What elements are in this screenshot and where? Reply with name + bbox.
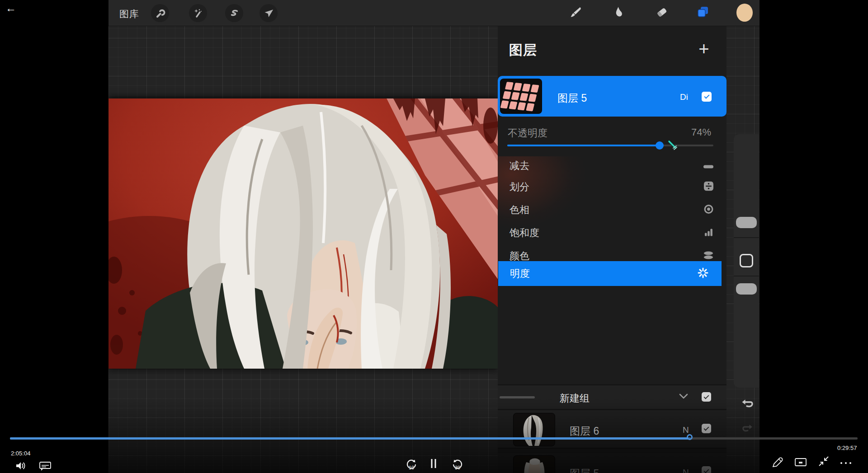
- pointer-cursor-icon: [668, 140, 679, 152]
- current-time: 2:05:04: [11, 450, 30, 457]
- sidebar-controls: [734, 134, 759, 388]
- annotate-button[interactable]: [771, 456, 784, 470]
- artwork-canvas[interactable]: [108, 98, 498, 369]
- transform-arrow-icon: [263, 8, 274, 19]
- layer-name: 图层 5: [570, 467, 599, 473]
- layer-row[interactable]: 图层 5 N: [498, 453, 726, 473]
- redo-button[interactable]: [741, 423, 755, 436]
- pip-keyboard-button[interactable]: [794, 459, 807, 468]
- seek-bar-progress: [10, 437, 691, 440]
- blend-mode-badge[interactable]: N: [683, 468, 689, 473]
- layer-row[interactable]: 图层 6 N: [498, 411, 726, 449]
- blend-mode-badge[interactable]: Di: [680, 92, 688, 102]
- more-options-button[interactable]: [839, 461, 853, 465]
- layer-visibility-checkbox[interactable]: [702, 466, 711, 473]
- blend-mode-list: 减去 划分 色相 饱和度: [498, 156, 726, 313]
- brush-tool-button[interactable]: [569, 6, 582, 20]
- rewind-10-button[interactable]: 10: [405, 458, 418, 471]
- minus-icon: [703, 165, 713, 168]
- opacity-slider-fill: [507, 145, 660, 146]
- redo-icon: [741, 427, 754, 435]
- layer-visibility-checkbox[interactable]: [702, 92, 712, 102]
- brush-size-slider-handle[interactable]: [736, 217, 757, 228]
- smudge-tool-button[interactable]: [612, 6, 625, 20]
- layer-visibility-checkbox[interactable]: [702, 424, 711, 433]
- modify-button[interactable]: [740, 254, 753, 267]
- layer-name: 图层 5: [557, 91, 587, 105]
- divide-icon: [704, 181, 713, 192]
- pause-button[interactable]: [429, 458, 439, 471]
- layers-icon: [696, 5, 710, 21]
- group-row[interactable]: 新建组: [498, 384, 726, 410]
- ellipsis-icon: [840, 462, 851, 464]
- opacity-slider[interactable]: [507, 145, 713, 146]
- group-visibility-checkbox[interactable]: [702, 392, 711, 402]
- page: 图库: [0, 0, 868, 473]
- undo-button[interactable]: [741, 398, 754, 410]
- layers-panel-button[interactable]: [696, 6, 710, 20]
- blend-mode-row[interactable]: 划分: [498, 175, 726, 198]
- brush-icon: [569, 6, 582, 20]
- layers-panel-title: 图层: [509, 41, 537, 60]
- color-icon: [703, 250, 713, 262]
- blend-mode-row[interactable]: 色相: [498, 198, 726, 221]
- drag-handle[interactable]: [500, 396, 535, 398]
- selection-button[interactable]: [225, 4, 243, 22]
- luminosity-icon: [698, 267, 708, 280]
- forward-seconds: 30: [451, 465, 464, 470]
- add-layer-button[interactable]: +: [694, 40, 714, 60]
- opacity-value: 74%: [691, 126, 711, 138]
- color-swatch[interactable]: [736, 4, 753, 22]
- adjustments-wand-icon: [193, 8, 203, 19]
- check-icon: [704, 94, 709, 99]
- layer-name: 图层 6: [570, 424, 599, 438]
- back-button[interactable]: ←: [5, 2, 16, 14]
- keyboard-icon: [794, 458, 807, 468]
- selection-s-icon: [229, 8, 240, 19]
- gallery-button[interactable]: 图库: [119, 8, 139, 20]
- pencil-icon: [771, 455, 784, 471]
- transform-button[interactable]: [259, 4, 278, 22]
- exit-fullscreen-button[interactable]: [817, 456, 830, 468]
- procreate-toolbar: 图库: [108, 0, 760, 26]
- blend-mode-badge[interactable]: N: [683, 425, 689, 435]
- blend-mode-row-selected[interactable]: 明度: [498, 261, 722, 286]
- layer-thumbnail: [500, 79, 542, 114]
- blend-mode-row[interactable]: 饱和度: [498, 221, 726, 244]
- smudge-icon: [612, 6, 625, 20]
- layer-row-selected[interactable]: 图层 5 Di: [498, 76, 726, 117]
- rewind-seconds: 10: [405, 465, 418, 470]
- actions-button[interactable]: [151, 4, 169, 22]
- chevron-down-icon[interactable]: [679, 393, 689, 402]
- check-icon: [703, 468, 709, 473]
- brush-opacity-slider-handle[interactable]: [736, 283, 757, 295]
- layer-thumbnail: [513, 413, 555, 446]
- blend-mode-row-partial[interactable]: 减去: [498, 156, 726, 174]
- sidebar-divider: [734, 237, 759, 238]
- wrench-icon: [155, 8, 165, 19]
- eraser-icon: [656, 6, 668, 20]
- undo-icon: [741, 404, 754, 412]
- forward-30-button[interactable]: 30: [451, 458, 464, 471]
- saturation-icon: [704, 227, 713, 239]
- seek-bar-thumb[interactable]: [687, 434, 693, 440]
- eraser-tool-button[interactable]: [655, 6, 669, 20]
- volume-button[interactable]: [15, 462, 28, 472]
- layer-thumbnail: [513, 455, 555, 473]
- group-name: 新建组: [560, 392, 590, 405]
- sidebar-divider: [734, 276, 759, 276]
- hue-icon: [704, 204, 713, 215]
- adjustments-button[interactable]: [189, 4, 207, 22]
- seek-bar[interactable]: [10, 437, 858, 440]
- opacity-label: 不透明度: [508, 126, 547, 140]
- remaining-time: 0:29:57: [837, 445, 857, 451]
- captions-icon: [39, 461, 52, 473]
- layers-panel: 图层 + 图层 5 Di 不透明度 74% 减去: [498, 26, 726, 473]
- check-icon: [703, 393, 709, 399]
- opacity-slider-thumb[interactable]: [656, 141, 664, 150]
- captions-button[interactable]: [39, 462, 52, 472]
- pause-icon: [429, 457, 439, 472]
- check-icon: [703, 425, 709, 431]
- shrink-icon: [817, 455, 830, 469]
- speaker-icon: [15, 461, 28, 473]
